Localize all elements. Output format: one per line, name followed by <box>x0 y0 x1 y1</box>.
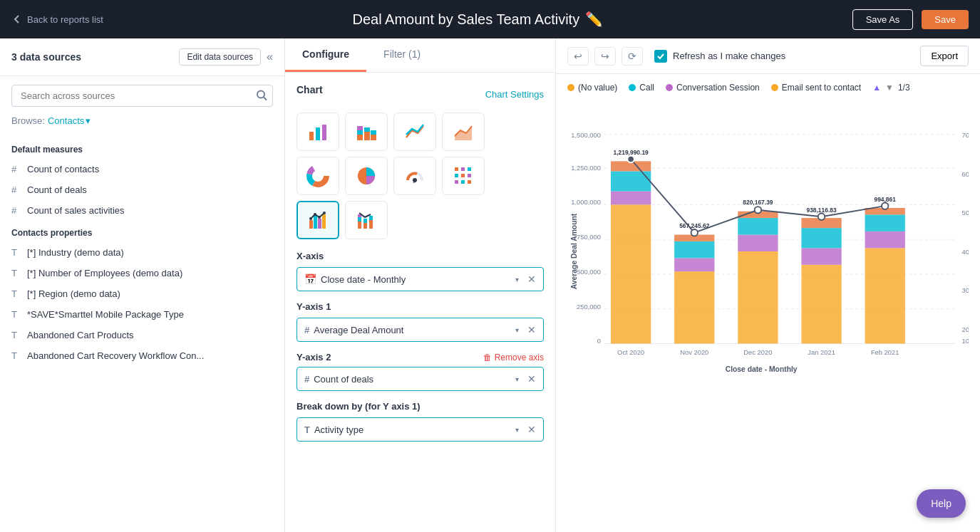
export-button[interactable]: Export <box>920 46 969 66</box>
legend-email: Email sent to contact <box>771 83 861 93</box>
list-item[interactable]: T[*] Region (demo data) <box>0 283 284 304</box>
chart-type-line[interactable] <box>393 113 436 151</box>
chart-type-donut[interactable] <box>296 157 339 195</box>
refresh-checkbox[interactable] <box>654 50 667 63</box>
chart-type-area[interactable] <box>442 113 485 151</box>
main-layout: 3 data sources Edit data sources « Brows… <box>0 38 980 532</box>
y-axis2-select[interactable]: # Count of deals ▾ ✕ <box>296 367 544 391</box>
redo-button[interactable]: ↪ <box>594 47 616 66</box>
chart-settings-link[interactable]: Chart Settings <box>485 89 544 100</box>
list-item[interactable]: T[*] Number of Employees (demo data) <box>0 263 284 283</box>
tab-filter[interactable]: Filter (1) <box>366 38 438 72</box>
svg-rect-4 <box>322 125 326 140</box>
chart-svg-container: 1,500,000 1,250,000 1,000,000 750,000 50… <box>567 98 969 405</box>
x-axis-section: X-axis 📅 Close date - Monthly ▾ ✕ <box>296 251 544 291</box>
y-axis1-close-icon[interactable]: ✕ <box>527 324 536 335</box>
back-to-reports-button[interactable]: Back to reports list <box>11 14 103 25</box>
legend-dot <box>666 84 673 91</box>
chevron-down-icon: ▾ <box>515 276 519 283</box>
help-button[interactable]: Help <box>917 489 966 518</box>
chart-type-scatter[interactable] <box>442 157 485 195</box>
svg-rect-72 <box>738 251 778 343</box>
data-sources-label: 3 data sources <box>11 51 81 63</box>
chart-type-gauge[interactable]: 1 <box>393 157 436 195</box>
chart-type-combo[interactable] <box>296 201 339 239</box>
list-item[interactable]: TAbandoned Cart Products <box>0 325 284 345</box>
refresh-label: Refresh as I make changes <box>673 51 785 61</box>
breakdown-select[interactable]: T Activity type ▾ ✕ <box>296 417 544 442</box>
remove-axis-button[interactable]: 🗑 Remove axis <box>483 353 544 363</box>
left-top-right: Edit data sources « <box>179 48 273 66</box>
refresh-button[interactable]: ⟳ <box>621 47 643 66</box>
svg-text:600: 600 <box>962 171 969 178</box>
calendar-icon: 📅 <box>304 273 316 285</box>
svg-rect-78 <box>801 228 841 248</box>
list-item[interactable]: #Count of contacts <box>0 159 284 179</box>
svg-text:500,000: 500,000 <box>577 268 601 276</box>
series-triangle-down-icon: ▼ <box>885 83 894 93</box>
browse-contacts-button[interactable]: Contacts ▾ <box>48 115 91 126</box>
svg-rect-42 <box>369 216 373 220</box>
svg-rect-10 <box>371 135 376 140</box>
svg-rect-64 <box>611 204 651 343</box>
chevron-down-icon: ▾ <box>515 326 519 334</box>
breakdown-section: Break down by (for Y axis 1) T Activity … <box>296 401 544 442</box>
left-panel: 3 data sources Edit data sources « Brows… <box>0 38 285 532</box>
breakdown-close-icon[interactable]: ✕ <box>527 424 536 435</box>
svg-text:994,861: 994,861 <box>874 196 896 203</box>
svg-rect-19 <box>455 167 458 171</box>
x-axis-select[interactable]: 📅 Close date - Monthly ▾ ✕ <box>296 267 544 291</box>
x-axis-close-icon[interactable]: ✕ <box>527 273 536 285</box>
undo-button[interactable]: ↩ <box>567 47 589 66</box>
svg-point-88 <box>882 203 888 209</box>
list-item[interactable]: T[*] Industry (demo data) <box>0 242 284 263</box>
svg-point-84 <box>627 156 634 162</box>
chart-header: Chart Chart Settings <box>296 84 544 104</box>
svg-rect-30 <box>318 219 321 229</box>
x-axis-label: X-axis <box>296 251 544 261</box>
chart-type-bar[interactable] <box>296 113 339 151</box>
type-icon: T <box>304 424 310 435</box>
svg-text:Jan 2021: Jan 2021 <box>808 349 835 356</box>
center-panel: Configure Filter (1) Chart Chart Setting… <box>285 38 556 532</box>
right-panel: ↩ ↪ ⟳ Refresh as I make changes Export (… <box>556 38 980 532</box>
list-item[interactable]: TAbandoned Cart Recovery Workflow Con... <box>0 345 284 366</box>
svg-rect-68 <box>674 271 714 343</box>
svg-text:567,245.62: 567,245.62 <box>679 222 710 229</box>
list-item[interactable]: #Count of sales activities <box>0 200 284 221</box>
save-as-button[interactable]: Save As <box>852 9 914 30</box>
hash-icon: # <box>304 325 309 335</box>
chart-legend: (No value) Call Conversation Session Ema… <box>567 83 969 93</box>
legend-no-value: (No value) <box>567 83 617 93</box>
save-button[interactable]: Save <box>922 10 969 29</box>
edit-data-sources-button[interactable]: Edit data sources <box>179 48 261 66</box>
search-box <box>11 85 273 107</box>
collapse-panel-button[interactable]: « <box>267 51 273 63</box>
chart-type-stacked-bar[interactable] <box>345 113 388 151</box>
chart-type-pie[interactable] <box>345 157 388 195</box>
svg-point-32 <box>309 217 312 220</box>
svg-point-33 <box>314 213 316 216</box>
browse-row: Browse: Contacts ▾ <box>0 115 284 132</box>
chart-type-stacked-combo[interactable] <box>345 201 388 239</box>
svg-text:Count of deals: Count of deals <box>967 226 969 277</box>
contacts-properties-title: Contacts properties <box>0 221 284 242</box>
svg-text:1,250,000: 1,250,000 <box>571 165 601 172</box>
edit-title-icon[interactable]: ✏️ <box>585 11 603 28</box>
svg-point-34 <box>318 216 321 219</box>
y-axis1-section: Y-axis 1 # Average Deal Amount ▾ ✕ <box>296 301 544 342</box>
tab-configure[interactable]: Configure <box>285 38 366 72</box>
y-axis2-close-icon[interactable]: ✕ <box>527 373 536 385</box>
y-axis1-select[interactable]: # Average Deal Amount ▾ ✕ <box>296 318 544 342</box>
chart-svg: 1,500,000 1,250,000 1,000,000 750,000 50… <box>567 98 969 405</box>
tabs: Configure Filter (1) <box>285 38 555 73</box>
list-item[interactable]: #Count of deals <box>0 179 284 200</box>
svg-rect-76 <box>801 265 841 344</box>
svg-rect-40 <box>363 219 367 223</box>
list-item[interactable]: T*SAVE*Smarttel Mobile Package Type <box>0 304 284 325</box>
search-input[interactable] <box>11 85 273 107</box>
svg-line-1 <box>264 97 267 100</box>
svg-text:Oct 2020: Oct 2020 <box>617 349 644 356</box>
refresh-checkbox-row: Refresh as I make changes <box>654 50 914 63</box>
search-icon-button[interactable] <box>256 89 267 103</box>
